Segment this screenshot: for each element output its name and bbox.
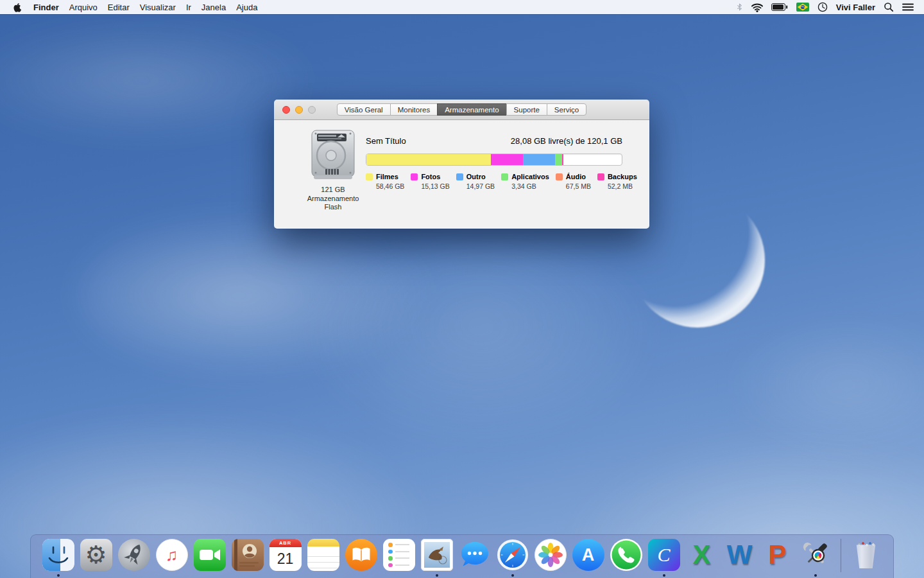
dock-icon-facetime[interactable] (194, 539, 226, 571)
disk-column: 121 GB Armazenamento Flash (289, 129, 377, 212)
close-button[interactable] (282, 106, 290, 114)
notification-center-icon[interactable] (902, 3, 914, 12)
dock-icon-word[interactable]: W (724, 539, 756, 571)
bluetooth-icon[interactable] (736, 2, 743, 12)
storage-panel: 121 GB Armazenamento Flash Sem Título 28… (274, 120, 649, 229)
tab-monitores[interactable]: Monitores (390, 103, 438, 116)
word-w-icon: W (724, 539, 756, 571)
dock-icon-safari[interactable] (497, 539, 529, 571)
bar-segment-outro (523, 154, 555, 165)
dock-icon-system-preferences[interactable]: ⚙ (80, 539, 112, 571)
apple-menu-icon[interactable] (9, 2, 28, 12)
tab-visao-geral[interactable]: Visão Geral (337, 103, 391, 116)
dock-icon-notes[interactable] (307, 539, 339, 571)
contacts-book-icon (232, 539, 264, 571)
dock-icon-canva[interactable]: C (648, 539, 680, 571)
dock-icon-mail[interactable] (421, 539, 453, 571)
tools-icon (800, 539, 832, 571)
calendar-icon: ABR 21 (270, 539, 302, 571)
dock-icon-messages[interactable] (459, 539, 491, 571)
menu-janela[interactable]: Janela (196, 3, 231, 12)
menu-bar: Finder Arquivo Editar Visualizar Ir Jane… (0, 0, 924, 14)
bar-segment-fotos (491, 154, 523, 165)
battery-icon[interactable] (771, 3, 788, 11)
mail-stamp-icon (421, 539, 453, 571)
fotos-swatch (411, 173, 418, 180)
storage-legend: Filmes 58,46 GB Fotos 15,13 GB Outro 14,… (366, 173, 622, 190)
dock-icon-app-store[interactable]: A (572, 539, 604, 571)
music-note-icon: ♫ (156, 539, 188, 571)
window-controls (282, 100, 316, 119)
whatsapp-phone-icon (610, 539, 642, 571)
volume-name: Sem Título (366, 136, 406, 146)
window-title-bar[interactable]: Visão Geral Monitores Armazenamento Supo… (274, 100, 649, 120)
rocket-icon (118, 539, 150, 571)
disk-label: 121 GB Armazenamento Flash (289, 186, 377, 212)
dock-icon-itunes[interactable]: ♫ (156, 539, 188, 571)
calendar-day: 21 (270, 547, 302, 571)
app-store-a-icon: A (572, 539, 604, 571)
disk-size: 121 GB (289, 186, 377, 195)
dock-divider (841, 539, 841, 572)
trash-full-icon (850, 539, 882, 571)
menu-editar[interactable]: Editar (103, 3, 135, 12)
dock-icon-calendar[interactable]: ABR 21 (270, 539, 302, 571)
menu-visualizar[interactable]: Visualizar (135, 3, 181, 12)
dock-icon-utilities[interactable] (800, 539, 832, 571)
storage-main: Sem Título 28,08 GB livre(s) de 120,1 GB… (366, 136, 622, 190)
dock-icon-reminders[interactable] (383, 539, 415, 571)
open-book-icon (345, 539, 377, 571)
bar-segment-filmes (366, 154, 491, 165)
backups-swatch (597, 173, 604, 180)
zoom-button[interactable] (308, 106, 316, 114)
compass-icon (497, 539, 529, 571)
gear-icon: ⚙ (80, 539, 112, 571)
legend-filmes: Filmes 58,46 GB (366, 173, 404, 190)
clock-icon[interactable] (817, 2, 828, 12)
user-name-menu[interactable]: Vivi Faller (836, 3, 875, 12)
dock-icon-finder[interactable] (42, 539, 74, 571)
menu-arquivo[interactable]: Arquivo (64, 3, 103, 12)
trash-can (856, 544, 877, 568)
dock-icon-contacts[interactable] (232, 539, 264, 571)
flower-icon (535, 539, 567, 571)
storage-usage-bar (366, 153, 622, 166)
chat-bubble-icon (459, 539, 491, 571)
menu-ajuda[interactable]: Ajuda (231, 3, 262, 12)
tab-suporte[interactable]: Suporte (506, 103, 547, 116)
legend-backups: Backups 52,2 MB (597, 173, 637, 190)
filmes-swatch (366, 173, 373, 180)
notes-icon (307, 539, 339, 571)
wifi-icon[interactable] (751, 3, 763, 12)
menu-ir[interactable]: Ir (181, 3, 196, 12)
crescent-moon (630, 193, 765, 328)
dock-icon-trash[interactable] (850, 539, 882, 571)
outro-swatch (456, 173, 463, 180)
dock-icon-whatsapp[interactable] (610, 539, 642, 571)
legend-audio: Áudio 67,5 MB (556, 173, 591, 190)
powerpoint-p-icon: P (762, 539, 794, 571)
brazil-flag-icon[interactable] (796, 3, 809, 12)
canva-c-icon: C (648, 539, 680, 571)
cloud (77, 212, 436, 379)
legend-aplicativos: Aplicativos 3,34 GB (501, 173, 549, 190)
dock-icon-excel[interactable]: X (686, 539, 718, 571)
dock-icon-photos[interactable] (535, 539, 567, 571)
free-space-text: 28,08 GB livre(s) de 120,1 GB (511, 136, 622, 146)
dock-icon-launchpad[interactable] (118, 539, 150, 571)
dock-icon-ibooks[interactable] (345, 539, 377, 571)
menu-bar-left: Finder Arquivo Editar Visualizar Ir Jane… (0, 2, 262, 12)
dock-icon-powerpoint[interactable]: P (762, 539, 794, 571)
minimize-button[interactable] (295, 106, 303, 114)
spotlight-search-icon[interactable] (884, 2, 894, 12)
finder-icon (42, 539, 74, 571)
cloud (0, 19, 321, 141)
audio-swatch (556, 173, 563, 180)
menu-finder[interactable]: Finder (28, 3, 64, 12)
dock: ⚙ ♫ (30, 534, 894, 578)
calendar-month: ABR (270, 539, 302, 547)
tab-armazenamento[interactable]: Armazenamento (437, 103, 506, 116)
reminders-icon (383, 539, 415, 571)
tab-servico[interactable]: Serviço (547, 103, 586, 116)
cloud (725, 315, 924, 456)
